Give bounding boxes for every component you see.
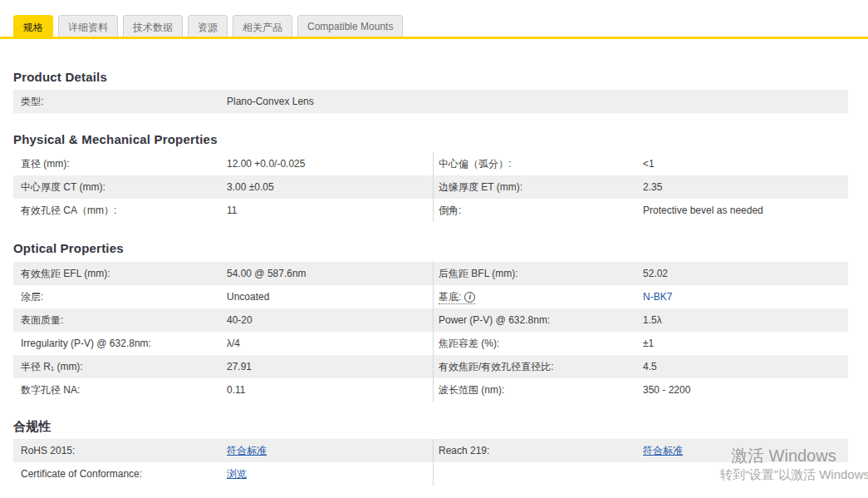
spec-value-link[interactable]: 符合标准 [643, 444, 683, 458]
spec-cell: RoHS 2015:符合标准 [13, 439, 433, 462]
tab-details[interactable]: 详细资料 [58, 15, 118, 37]
spec-label: 后焦距 BFL (mm): [439, 267, 643, 281]
spec-value-link[interactable]: 浏览 [227, 467, 247, 481]
tabbar-accent-rule [0, 37, 868, 39]
spec-label-text: Irregularity (P-V) @ 632.8nm: [21, 338, 151, 349]
spec-cell: 表面质量:40-20 [13, 308, 433, 332]
spec-cell: 类型:Plano-Convex Lens [13, 90, 848, 113]
section-title-compliance: 合规性 [13, 419, 868, 435]
spec-value: 54.00 @ 587.6nm [227, 268, 306, 279]
spec-value: 1.5λ [643, 314, 662, 326]
spec-label: 涂层: [21, 290, 227, 304]
spec-label-text: 半径 R₁ (mm): [21, 361, 83, 372]
spec-label: Irregularity (P-V) @ 632.8nm: [21, 338, 227, 349]
spec-cell: 中心偏（弧分）:<1 [433, 152, 848, 175]
spec-label-text: 有效焦距 EFL (mm): [21, 268, 110, 279]
spec-row: RoHS 2015:符合标准Reach 219:符合标准 [13, 439, 848, 462]
spec-row: 类型:Plano-Convex Lens [13, 90, 848, 113]
spec-label-text: 有效孔径 CA（mm）: [21, 205, 116, 216]
spec-label-text: 数字孔径 NA: [21, 384, 80, 396]
spec-label-text: 焦距容差 (%): [439, 338, 499, 349]
spec-cell: 半径 R₁ (mm):27.91 [13, 355, 433, 378]
spec-value: 2.35 [643, 181, 662, 193]
tab-technical-data[interactable]: 技术数据 [123, 15, 183, 37]
spec-sections: Product Details类型:Plano-Convex LensPhysi… [0, 70, 868, 486]
spec-label: 类型: [21, 95, 227, 109]
spec-label: 表面质量: [21, 313, 227, 328]
spec-label: 半径 R₁ (mm): [21, 360, 227, 374]
spec-cell: 中心厚度 CT (mm):3.00 ±0.05 [13, 175, 433, 199]
spec-label-text: 表面质量: [21, 314, 63, 326]
spec-label: 有效孔径 CA（mm）: [21, 204, 227, 218]
spec-value: λ/4 [227, 338, 240, 349]
spec-label-text: 波长范围 (nm): [439, 384, 504, 396]
spec-label: 基底:i [439, 290, 643, 304]
spec-label: 中心偏（弧分）: [439, 157, 643, 171]
spec-cell: 后焦距 BFL (mm):52.02 [433, 262, 848, 285]
spec-label: Certificate of Conformance: [21, 468, 227, 480]
spec-value: 11 [227, 205, 237, 216]
spec-value: Plano-Convex Lens [227, 96, 314, 107]
spec-label-text: Certificate of Conformance: [21, 468, 142, 480]
spec-row: 涂层:Uncoated基底:iN-BK7 [13, 285, 848, 308]
spec-label-text: 中心偏（弧分）: [439, 158, 511, 170]
spec-value: 40-20 [227, 314, 253, 326]
spec-value: Protective bevel as needed [643, 205, 763, 216]
tab-related-products[interactable]: 相关产品 [233, 15, 292, 37]
spec-row: 半径 R₁ (mm):27.91有效焦距/有效孔径直径比:4.5 [13, 355, 848, 378]
spec-label-text: 中心厚度 CT (mm): [21, 181, 105, 193]
spec-label-text: 涂层: [21, 291, 43, 303]
info-icon[interactable]: i [464, 292, 475, 303]
spec-row: 直径 (mm):12.00 +0.0/-0.025中心偏（弧分）:<1 [13, 152, 848, 175]
windows-activation-watermark-title: 激活 Windows [731, 445, 836, 467]
spec-value: 3.00 ±0.05 [227, 181, 274, 193]
spec-value-link[interactable]: 符合标准 [227, 444, 267, 458]
spec-table-physical-mechanical: 直径 (mm):12.00 +0.0/-0.025中心偏（弧分）:<1中心厚度 … [13, 152, 848, 222]
spec-label: 有效焦距 EFL (mm): [21, 267, 227, 281]
spec-value: 4.5 [643, 361, 657, 372]
product-spec-page: 规格详细资料技术数据资源相关产品Compatible Mounts Produc… [0, 0, 868, 498]
spec-label: 有效焦距/有效孔径直径比: [439, 360, 643, 374]
windows-activation-watermark-subtitle: 转到“设置”以激活 Windows [720, 467, 868, 483]
spec-table-product-details: 类型:Plano-Convex Lens [13, 90, 848, 113]
spec-cell: Irregularity (P-V) @ 632.8nm:λ/4 [13, 332, 433, 355]
tab-specs[interactable]: 规格 [13, 15, 53, 37]
spec-value: 350 - 2200 [643, 384, 690, 396]
spec-cell: Certificate of Conformance:浏览 [13, 462, 433, 486]
spec-label-text: 有效焦距/有效孔径直径比: [439, 361, 554, 372]
tab-bar: 规格详细资料技术数据资源相关产品Compatible Mounts [13, 15, 868, 37]
spec-label: 中心厚度 CT (mm): [21, 180, 227, 195]
section-title-physical-mechanical: Physical & Mechanical Properties [13, 132, 868, 146]
spec-label-text[interactable]: 基底:i [439, 291, 475, 304]
section-title-product-details: Product Details [13, 70, 868, 84]
spec-row: 有效焦距 EFL (mm):54.00 @ 587.6nm后焦距 BFL (mm… [13, 262, 848, 285]
spec-label-text: 边缘厚度 ET (mm): [439, 181, 522, 193]
spec-value: Uncoated [227, 291, 269, 303]
spec-value: 27.91 [227, 361, 252, 372]
spec-label-text: 直径 (mm): [21, 158, 70, 170]
spec-label-text: Reach 219: [439, 445, 489, 456]
spec-row: 有效孔径 CA（mm）:11倒角:Protective bevel as nee… [13, 199, 848, 222]
spec-label: 焦距容差 (%): [439, 337, 643, 351]
spec-value: 52.02 [643, 268, 668, 279]
section-title-optical: Optical Properties [13, 241, 868, 255]
spec-label-text: 类型: [21, 96, 43, 107]
spec-label-text: 后焦距 BFL (mm): [439, 268, 518, 279]
spec-label: RoHS 2015: [21, 445, 227, 456]
spec-cell: 有效焦距 EFL (mm):54.00 @ 587.6nm [13, 262, 433, 285]
spec-value: 12.00 +0.0/-0.025 [227, 158, 305, 170]
spec-cell: 数字孔径 NA:0.11 [13, 378, 433, 402]
spec-label: 数字孔径 NA: [21, 383, 227, 397]
spec-label-text: 倒角: [439, 205, 461, 216]
spec-label: 边缘厚度 ET (mm): [439, 180, 643, 195]
spec-cell: 直径 (mm):12.00 +0.0/-0.025 [13, 152, 433, 175]
spec-label-text: Power (P-V) @ 632.8nm: [439, 314, 550, 326]
spec-cell: 边缘厚度 ET (mm):2.35 [433, 175, 848, 199]
spec-value: 0.11 [227, 384, 245, 396]
tab-compatible-mounts[interactable]: Compatible Mounts [297, 15, 403, 37]
spec-label-text: RoHS 2015: [21, 445, 75, 456]
tab-resources[interactable]: 资源 [188, 15, 228, 37]
spec-cell: 波长范围 (nm):350 - 2200 [433, 378, 848, 402]
spec-value-link[interactable]: N-BK7 [643, 291, 672, 303]
spec-cell: 基底:iN-BK7 [433, 285, 848, 308]
